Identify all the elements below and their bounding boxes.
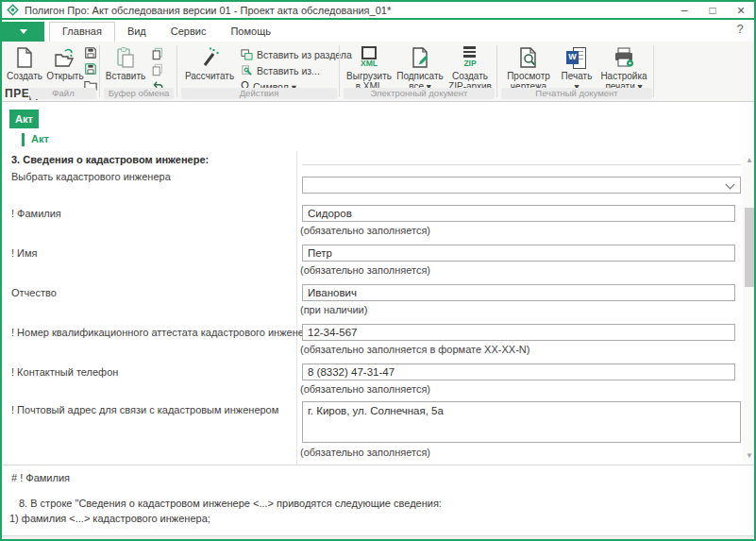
preview-drawing-label-1: Просмотр	[507, 71, 550, 81]
select-engineer-label: Выбрать кадастрового инженера	[11, 168, 294, 185]
insert-from-section-icon	[241, 48, 253, 60]
surname-input[interactable]	[302, 205, 735, 222]
save-icon[interactable]	[84, 46, 97, 59]
file-group-label: Файл	[30, 88, 96, 99]
open-folder-icon	[54, 44, 76, 70]
form-area: 3. Сведения о кадастровом инженере: Выбр…	[2, 151, 754, 465]
postal-address-hint: (обязательно заполняется)	[300, 447, 430, 458]
attestation-number-hint: (обязательно заполняется в формате XX-XX…	[300, 344, 529, 355]
actions-group-label: Действия	[181, 88, 337, 99]
patronymic-label: Отчество	[11, 284, 294, 301]
phone-label: ! Контактный телефон	[11, 363, 294, 380]
form-scrollbar[interactable]: ▲ ▼	[743, 155, 756, 462]
create-button-label: Создать	[7, 71, 42, 81]
insert-from-section-label: Вставить из раздела	[257, 49, 352, 60]
calculate-button-label: Рассчитать	[185, 71, 234, 81]
doc-tab-akt[interactable]: Акт	[9, 110, 39, 128]
attestation-number-label: ! Номер квалификационного аттестата када…	[11, 324, 294, 341]
print-label-1: Печать	[562, 71, 593, 81]
tab-pomosch[interactable]: Помощь	[218, 22, 283, 42]
zip-icon: ZIP	[463, 44, 476, 70]
print-button[interactable]: W Печать ▾	[559, 44, 595, 92]
insert-from-section-item[interactable]: Вставить из раздела	[241, 47, 352, 61]
print-settings-label-1: Настройка	[600, 71, 647, 81]
phone-hint: (обязательно заполняется)	[300, 383, 430, 395]
tab-servis[interactable]: Сервис	[159, 22, 219, 42]
export-xml-label-1: Выгрузить	[346, 71, 392, 81]
xml-icon: XML	[361, 44, 378, 70]
insert-from-icon	[241, 64, 253, 76]
create-zip-label-1: Создать	[452, 71, 488, 81]
group-separator	[653, 45, 654, 97]
tab-glavnaya[interactable]: Главная	[49, 22, 115, 42]
help-text-line2: 1) фамилия <...> кадастрового инженера;	[9, 513, 210, 524]
group-separator	[339, 45, 340, 97]
insert-from-item[interactable]: Вставить из...	[241, 63, 320, 77]
printer-icon	[613, 44, 635, 70]
app-window: Полигон Про: Акт обследования версии 01 …	[0, 0, 756, 541]
paste-special-icon[interactable]	[151, 63, 164, 76]
name-input[interactable]	[302, 245, 735, 262]
close-button[interactable]: ×	[733, 3, 748, 18]
chevron-down-icon	[20, 29, 27, 34]
paste-button[interactable]: Вставить	[104, 44, 147, 81]
form-divider	[296, 151, 297, 465]
group-separator	[99, 45, 100, 97]
paste-button-label: Вставить	[106, 71, 145, 81]
scroll-down-icon[interactable]: ▼	[743, 450, 756, 462]
field-column-rule	[302, 164, 741, 165]
breadcrumb[interactable]: Акт	[31, 133, 49, 144]
postal-address-label: ! Почтовый адрес для связи с кадастровым…	[11, 401, 294, 418]
minimize-button[interactable]: –	[677, 3, 692, 18]
status-strip	[2, 535, 754, 541]
scroll-up-icon[interactable]: ▲	[743, 155, 756, 166]
calculate-button[interactable]: Рассчитать	[183, 44, 236, 81]
help-button[interactable]: ?	[732, 22, 748, 36]
app-logo-icon	[7, 4, 19, 16]
open-button-label: Открыть	[46, 71, 83, 81]
save-all-icon[interactable]	[84, 62, 97, 76]
open-button[interactable]: Открыть	[45, 44, 85, 81]
group-separator	[176, 45, 177, 97]
sign-all-button[interactable]: Подписать все ▾	[396, 44, 444, 92]
attestation-number-input[interactable]	[302, 324, 735, 341]
copy-icon[interactable]	[151, 47, 164, 60]
phone-input[interactable]	[302, 363, 735, 380]
sign-all-label-1: Подписать	[396, 71, 444, 81]
cadastral-engineer-select[interactable]	[302, 177, 741, 194]
create-button[interactable]: Создать	[4, 44, 45, 81]
app-menu-button[interactable]	[2, 22, 44, 42]
window-title: Полигон Про: Акт обследования версии 01 …	[25, 5, 391, 16]
create-zip-button[interactable]: ZIP Создать ZIP-архив	[444, 44, 496, 92]
menu-tab-row: Главная Вид Сервис Помощь ?	[2, 20, 754, 42]
insert-from-label: Вставить из...	[257, 65, 320, 76]
preview-drawing-button[interactable]: Просмотр чертежа	[502, 44, 555, 92]
paste-icon	[114, 44, 137, 70]
breadcrumb-bar	[22, 133, 25, 146]
edoc-group-label: Электронный документ	[344, 88, 495, 99]
name-hint: (обязательно заполняется)	[300, 264, 430, 276]
sign-document-icon	[409, 44, 431, 70]
print-settings-button[interactable]: Настройка печати ▾	[596, 44, 651, 92]
word-icon: W	[565, 44, 588, 70]
section-title: 3. Сведения о кадастровом инженере:	[11, 154, 209, 165]
postal-address-textarea[interactable]: г. Киров, ул. Солнечная, 5а	[302, 401, 741, 443]
scrollbar-thumb[interactable]	[745, 208, 754, 287]
group-separator	[496, 45, 497, 97]
patronymic-input[interactable]	[302, 284, 735, 301]
preview-document-icon	[517, 44, 540, 70]
magic-wand-icon	[198, 44, 221, 70]
name-label: ! Имя	[11, 245, 294, 262]
clipboard-group-label: Буфер обмена	[104, 88, 174, 99]
maximize-button[interactable]: □	[705, 3, 720, 18]
new-document-icon	[13, 44, 36, 70]
help-panel: # ! Фамилия 8. В строке "Сведения о када…	[2, 465, 754, 535]
ribbon: Создать Открыть ПРЕД Файл Вставить	[2, 42, 754, 102]
export-xml-button[interactable]: XML Выгрузить в XML	[344, 44, 395, 92]
tab-vid[interactable]: Вид	[115, 22, 159, 42]
surname-hint: (обязательно заполняется)	[300, 225, 430, 236]
surname-label: ! Фамилия	[11, 205, 294, 222]
print-group-label: Печатный документ	[501, 88, 652, 99]
patronymic-hint: (при наличии)	[300, 304, 367, 315]
help-text-line1: 8. В строке "Сведения о кадастровом инже…	[19, 498, 442, 509]
